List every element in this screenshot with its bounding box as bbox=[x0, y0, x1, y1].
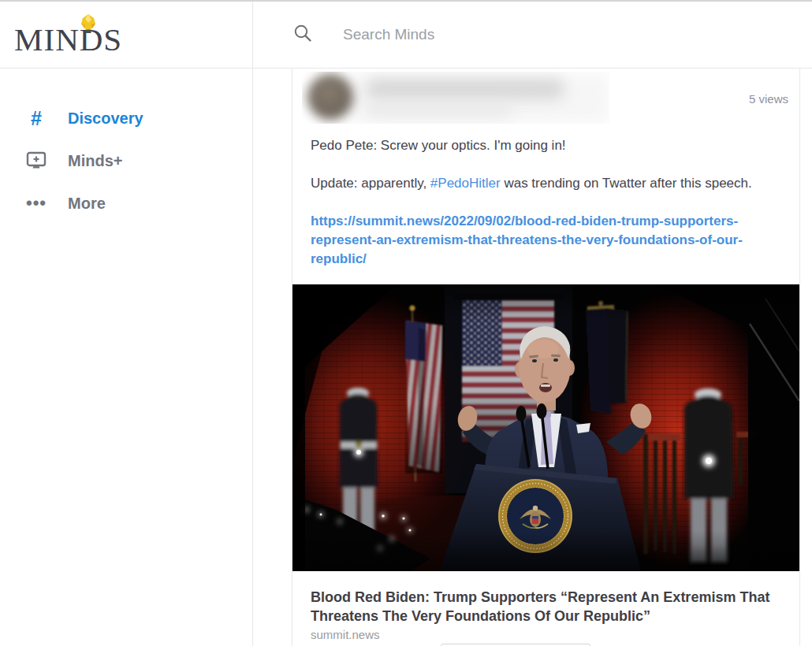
post-card: 5 views Pedo Pete: Screw your optics. I'… bbox=[292, 69, 800, 646]
window-top-edge bbox=[0, 0, 812, 2]
post-body: Pedo Pete: Screw your optics. I'm going … bbox=[292, 126, 799, 269]
article-source: summit.news bbox=[311, 629, 780, 641]
search-header bbox=[253, 2, 812, 69]
logo-letter-m: M bbox=[14, 21, 43, 58]
author-name-blurred[interactable] bbox=[367, 79, 564, 99]
blurred-author-area bbox=[302, 72, 609, 124]
avatar[interactable] bbox=[307, 74, 353, 120]
author-subtitle-blurred bbox=[367, 104, 512, 116]
search-input[interactable] bbox=[343, 26, 658, 43]
ellipsis-icon: ••• bbox=[24, 199, 48, 207]
main-content: 5 views Pedo Pete: Screw your optics. I'… bbox=[253, 2, 812, 646]
sidebar: M INDS # Discovery bbox=[0, 2, 253, 646]
magnifier-icon[interactable] bbox=[292, 23, 313, 46]
sidebar-item-label: Minds+ bbox=[68, 152, 122, 170]
article-image-biden-speech[interactable] bbox=[292, 284, 799, 571]
hashtag-icon: # bbox=[24, 107, 48, 130]
view-count: 5 views bbox=[749, 92, 788, 106]
sidebar-item-discovery[interactable]: # Discovery bbox=[0, 97, 252, 139]
hashtag-link[interactable]: #PedoHitler bbox=[430, 176, 501, 191]
post-paragraph: Update: apparently, #PedoHitler was tren… bbox=[311, 174, 780, 193]
sidebar-nav: # Discovery Minds+ ••• More bbox=[0, 69, 252, 225]
post-header: 5 views bbox=[292, 69, 799, 126]
logo-area: M INDS bbox=[0, 2, 252, 69]
post-paragraph: Pedo Pete: Screw your optics. I'm going … bbox=[311, 136, 780, 155]
article-url-link[interactable]: https://summit.news/2022/09/02/blood-red… bbox=[311, 212, 780, 269]
sidebar-item-label: Discovery bbox=[68, 110, 143, 128]
minds-logo[interactable]: M INDS bbox=[14, 22, 122, 57]
post-text: Update: apparently, bbox=[311, 176, 430, 191]
logo-letter-i-wrap: I bbox=[43, 21, 55, 58]
article-headline[interactable]: Blood Red Biden: Trump Supporters “Repre… bbox=[311, 588, 780, 626]
minds-plus-monitor-icon bbox=[24, 151, 48, 170]
sidebar-item-label: More bbox=[68, 195, 106, 213]
sidebar-item-minds-plus[interactable]: Minds+ bbox=[0, 139, 252, 182]
post-text: was trending on Twatter after this speec… bbox=[501, 176, 752, 191]
sidebar-item-more[interactable]: ••• More bbox=[0, 182, 252, 225]
logo-letter-i: I bbox=[43, 21, 55, 58]
lightbulb-icon bbox=[78, 9, 99, 43]
